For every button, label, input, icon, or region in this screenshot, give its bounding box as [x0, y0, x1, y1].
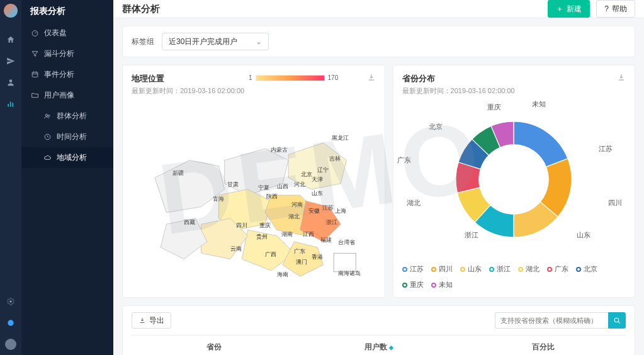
select-value: 近30日开户完成用户 [169, 37, 237, 47]
svg-text:贵州: 贵州 [256, 234, 268, 240]
event-icon [30, 70, 39, 79]
chevron-down-icon: ⌄ [256, 37, 262, 46]
svg-text:福建: 福建 [320, 237, 332, 243]
nav-analytics-icon[interactable] [0, 93, 21, 115]
svg-text:山东: 山东 [312, 190, 323, 196]
donut-label: 江苏 [599, 144, 613, 154]
group-icon [43, 112, 52, 121]
svg-text:湖北: 湖北 [288, 213, 300, 220]
folder-icon [30, 91, 39, 100]
new-button[interactable]: ＋ 新建 [548, 0, 590, 18]
legend-item[interactable]: 浙江 [489, 264, 511, 274]
sidebar-item-dashboard[interactable]: 仪表盘 [21, 23, 113, 43]
search-icon [613, 317, 621, 325]
sidebar-item-label: 事件分析 [44, 69, 74, 80]
sidebar-sub-time[interactable]: 时间分析 [21, 127, 113, 147]
geo-panel-updated: 最新更新时间：2019-03-16 02:00:00 [132, 86, 244, 96]
sidebar: 报表分析 仪表盘 漏斗分析 事件分析 用户画像 群体分析 时间分析 地域分析 [21, 0, 113, 355]
search-input[interactable] [495, 312, 608, 329]
dist-panel-updated: 最新更新时间：2019-03-16 02:00:00 [402, 86, 515, 96]
china-map: 黑龙江 内蒙古 吉林 新疆 辽宁 北京 天津 甘肃 山西 宁夏 河北 山东 陕西… [132, 101, 376, 290]
funnel-icon [30, 50, 39, 59]
sidebar-sub-region[interactable]: 地域分析 [21, 147, 113, 168]
sidebar-item-portrait[interactable]: 用户画像 [21, 85, 113, 106]
sidebar-item-label: 地域分析 [57, 152, 87, 163]
legend-item[interactable]: 重庆 [402, 280, 424, 290]
svg-text:宁夏: 宁夏 [258, 184, 269, 191]
svg-text:海南: 海南 [277, 271, 288, 278]
download-icon[interactable] [367, 73, 376, 84]
donut-label: 重庆 [487, 103, 501, 112]
th-users[interactable]: 用户数◆ [297, 335, 461, 355]
nav-user-icon[interactable] [0, 72, 21, 93]
new-button-label: 新建 [567, 4, 582, 14]
donut-label: 山东 [577, 230, 590, 240]
svg-text:广西: 广西 [265, 251, 276, 257]
donut-label: 未知 [532, 99, 546, 109]
svg-text:湖南: 湖南 [281, 231, 293, 237]
svg-point-9 [48, 115, 50, 117]
cloud-icon [43, 154, 52, 162]
sidebar-item-event[interactable]: 事件分析 [21, 64, 113, 85]
legend-item[interactable]: 湖北 [518, 264, 539, 274]
svg-text:西藏: 西藏 [184, 219, 195, 225]
help-button[interactable]: ? 帮助 [596, 0, 635, 18]
search-button[interactable] [608, 312, 626, 329]
th-province[interactable]: 省份 [132, 335, 297, 355]
scale-max: 170 [328, 74, 339, 81]
legend-item[interactable]: 广东 [547, 264, 568, 274]
dist-panel-title: 省份分布 [402, 73, 515, 84]
filter-label: 标签组 [132, 37, 154, 47]
svg-text:河南: 河南 [291, 201, 303, 208]
svg-point-4 [9, 300, 12, 303]
svg-rect-7 [32, 72, 38, 77]
nav-home-icon[interactable] [0, 29, 21, 50]
svg-text:云南: 云南 [230, 245, 242, 252]
svg-text:台湾省: 台湾省 [338, 239, 355, 245]
legend-item[interactable]: 未知 [431, 280, 453, 290]
sidebar-item-label: 漏斗分析 [44, 48, 74, 59]
nav-send-icon[interactable] [0, 50, 21, 72]
svg-point-47 [614, 318, 619, 322]
legend-item[interactable]: 北京 [576, 264, 597, 274]
svg-text:广东: 广东 [294, 248, 305, 254]
svg-point-0 [9, 79, 13, 82]
svg-text:甘肃: 甘肃 [227, 181, 239, 188]
export-button[interactable]: 导出 [132, 312, 171, 329]
color-scale: 1 170 [249, 74, 338, 81]
sidebar-item-label: 时间分析 [57, 132, 87, 142]
sidebar-item-label: 群体分析 [57, 111, 87, 121]
download-icon[interactable] [617, 73, 626, 84]
svg-text:内蒙古: 内蒙古 [271, 147, 288, 153]
legend-item[interactable]: 四川 [431, 264, 453, 274]
table-panel: 导出 省份 用户数◆ 百分比 [122, 305, 635, 355]
nav-chat-icon[interactable] [0, 312, 21, 334]
scale-min: 1 [249, 74, 252, 81]
svg-text:香港: 香港 [312, 254, 323, 261]
export-label: 导出 [149, 315, 164, 326]
svg-text:浙江: 浙江 [326, 219, 337, 225]
svg-text:四川: 四川 [236, 222, 247, 228]
svg-text:安徽: 安徽 [308, 208, 320, 214]
svg-rect-46 [334, 253, 356, 272]
sidebar-item-funnel[interactable]: 漏斗分析 [21, 43, 113, 64]
sidebar-sub-group[interactable]: 群体分析 [21, 106, 113, 127]
legend-item[interactable]: 江苏 [402, 264, 424, 274]
legend-item[interactable]: 山东 [460, 264, 482, 274]
sort-icon: ◆ [389, 344, 393, 351]
th-percent[interactable]: 百分比 [461, 335, 626, 355]
svg-rect-2 [10, 102, 11, 107]
clock-icon [43, 133, 52, 142]
search-group [495, 312, 626, 329]
svg-text:江苏: 江苏 [322, 205, 334, 211]
donut-label: 湖北 [407, 198, 421, 208]
nav-avatar[interactable] [0, 334, 21, 355]
nav-settings-icon[interactable] [0, 291, 21, 312]
help-button-label: 帮助 [612, 4, 627, 14]
tag-group-select[interactable]: 近30日开户完成用户 ⌄ [162, 33, 269, 50]
donut-label: 北京 [429, 122, 443, 132]
filter-bar: 标签组 近30日开户完成用户 ⌄ [122, 26, 635, 57]
help-icon: ? [604, 4, 609, 13]
plus-icon: ＋ [556, 4, 563, 14]
download-icon [138, 317, 146, 324]
